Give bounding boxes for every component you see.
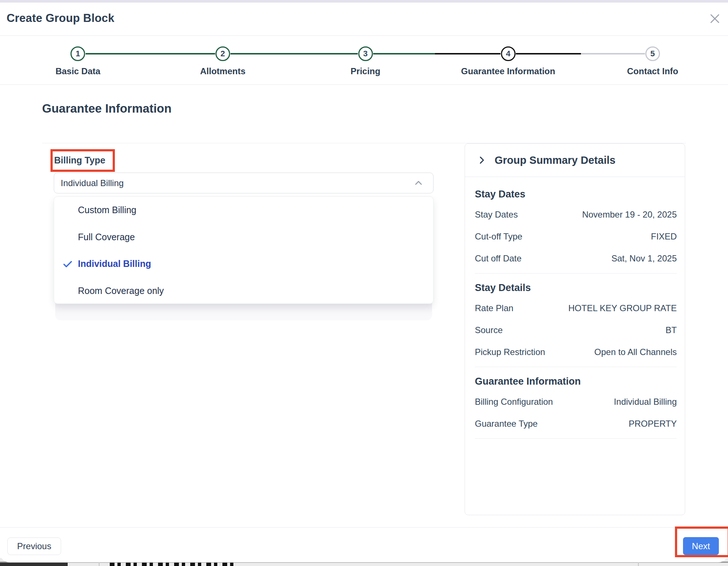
summary-section-stay-dates: Stay Dates Stay Dates November 19 - 20, … [475, 180, 677, 273]
step-item-pricing[interactable]: 3 Pricing [350, 46, 380, 76]
step-label: Allotments [200, 66, 245, 76]
chevron-right-icon[interactable] [477, 155, 487, 165]
close-icon [708, 12, 721, 25]
row-value: Sat, Nov 1, 2025 [611, 253, 677, 264]
option-custom-billing[interactable]: Custom Billing [54, 197, 433, 224]
step-number: 3 [363, 49, 368, 59]
page-title: Guarantee Information [42, 102, 172, 116]
close-button[interactable] [708, 11, 722, 26]
option-label: Custom Billing [78, 205, 136, 215]
previous-button[interactable]: Previous [7, 537, 61, 555]
row-value: FIXED [651, 231, 677, 242]
stepper-divider [0, 84, 728, 85]
option-full-coverage[interactable]: Full Coverage [54, 224, 433, 251]
row-label: Billing Configuration [475, 397, 553, 407]
footer-divider [0, 527, 728, 528]
step-item-guarantee-information[interactable]: 4 Guarantee Information [461, 46, 555, 76]
summary-section-guarantee-information: Guarantee Information Billing Configurat… [475, 367, 677, 439]
step-circle: 4 [501, 46, 515, 61]
stepper-segment [373, 53, 435, 54]
row-label: Rate Plan [475, 303, 513, 313]
row-value: PROPERTY [628, 419, 677, 429]
step-circle: 3 [358, 46, 373, 61]
row-label: Cut off Date [475, 253, 522, 264]
stepper-segment [230, 53, 358, 54]
summary-row: Cut off Date Sat, Nov 1, 2025 [475, 248, 677, 269]
step-number: 2 [221, 49, 225, 59]
row-value: HOTEL KEY GROUP RATE [568, 303, 677, 313]
row-label: Stay Dates [475, 210, 518, 220]
summary-row: Rate Plan HOTEL KEY GROUP RATE [475, 297, 677, 319]
summary-row: Pickup Restriction Open to All Channels [475, 341, 677, 363]
row-value: BT [665, 325, 677, 335]
row-value: Open to All Channels [594, 347, 677, 357]
next-button[interactable]: Next [683, 537, 719, 555]
step-item-contact-info[interactable]: 5 Contact Info [627, 46, 678, 76]
summary-row: Guarantee Type PROPERTY [475, 413, 677, 435]
step-item-allotments[interactable]: 2 Allotments [200, 46, 245, 76]
billing-type-selected-value: Individual Billing [61, 178, 413, 188]
summary-section-stay-details: Stay Details Rate Plan HOTEL KEY GROUP R… [475, 273, 677, 367]
summary-row: Cut-off Type FIXED [475, 226, 677, 248]
billing-type-label: Billing Type [54, 155, 105, 166]
step-label: Guarantee Information [461, 66, 555, 76]
row-label: Pickup Restriction [475, 347, 545, 357]
option-room-coverage-only[interactable]: Room Coverage only [54, 278, 433, 304]
row-value: Individual Billing [614, 397, 677, 407]
option-label: Full Coverage [78, 232, 135, 242]
group-summary-header: Group Summary Details [465, 144, 685, 177]
modal-title: Create Group Block [7, 12, 115, 25]
row-value: November 19 - 20, 2025 [582, 210, 677, 220]
check-icon [62, 259, 73, 269]
summary-section-heading: Stay Dates [475, 189, 677, 200]
stepper-segment [86, 53, 215, 54]
step-item-basic-data[interactable]: 1 Basic Data [56, 46, 101, 76]
top-accent-strip [0, 0, 728, 3]
billing-type-select[interactable]: Individual Billing [54, 173, 434, 193]
group-summary-panel: Group Summary Details Stay Dates Stay Da… [465, 143, 685, 515]
summary-section-heading: Guarantee Information [475, 376, 677, 387]
step-circle: 1 [71, 46, 85, 61]
row-label: Cut-off Type [475, 231, 522, 242]
group-summary-title: Group Summary Details [495, 154, 615, 166]
row-label: Source [475, 325, 503, 335]
summary-row: Billing Configuration Individual Billing [475, 391, 677, 413]
step-circle: 2 [215, 46, 230, 61]
summary-row: Stay Dates November 19 - 20, 2025 [475, 204, 677, 226]
row-label: Guarantee Type [475, 419, 538, 429]
billing-type-dropdown: Custom Billing Full Coverage Individual … [54, 196, 434, 304]
option-label: Room Coverage only [78, 286, 164, 296]
step-circle: 5 [645, 46, 660, 61]
summary-section-heading: Stay Details [475, 282, 677, 294]
header-divider [0, 35, 728, 36]
step-label: Contact Info [627, 66, 678, 76]
step-number: 4 [506, 49, 510, 59]
step-number: 1 [76, 49, 80, 59]
step-number: 5 [650, 49, 655, 59]
summary-row: Source BT [475, 319, 677, 341]
option-label: Individual Billing [78, 259, 151, 269]
step-label: Basic Data [56, 66, 101, 76]
chevron-up-icon [413, 178, 424, 188]
option-individual-billing[interactable]: Individual Billing [54, 250, 433, 278]
step-label: Pricing [350, 66, 380, 76]
